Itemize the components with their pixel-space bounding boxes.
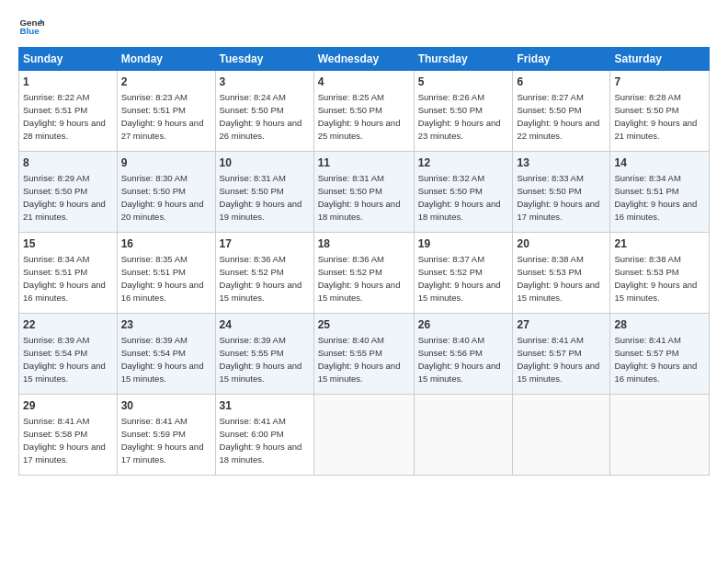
calendar-week-row: 8Sunrise: 8:29 AMSunset: 5:50 PMDaylight… (19, 152, 710, 233)
calendar-cell: 5Sunrise: 8:26 AMSunset: 5:50 PMDaylight… (414, 71, 513, 152)
day-number: 10 (220, 155, 310, 171)
day-number: 22 (23, 317, 113, 333)
day-info: Sunrise: 8:34 AMSunset: 5:51 PMDaylight:… (614, 173, 697, 222)
day-number: 21 (614, 236, 705, 252)
day-number: 5 (418, 75, 509, 90)
header: General Blue (18, 14, 710, 40)
day-info: Sunrise: 8:41 AMSunset: 5:59 PMDaylight:… (121, 416, 204, 465)
calendar-cell: 8Sunrise: 8:29 AMSunset: 5:50 PMDaylight… (19, 152, 118, 233)
day-number: 11 (318, 155, 410, 171)
calendar-cell: 6Sunrise: 8:27 AMSunset: 5:50 PMDaylight… (513, 71, 610, 152)
day-info: Sunrise: 8:33 AMSunset: 5:50 PMDaylight:… (517, 173, 599, 222)
day-number: 20 (517, 236, 606, 252)
day-info: Sunrise: 8:26 AMSunset: 5:50 PMDaylight:… (418, 92, 501, 141)
day-info: Sunrise: 8:40 AMSunset: 5:56 PMDaylight:… (418, 335, 501, 384)
calendar-cell: 7Sunrise: 8:28 AMSunset: 5:50 PMDaylight… (610, 71, 710, 152)
day-number: 27 (517, 317, 606, 333)
day-info: Sunrise: 8:41 AMSunset: 5:57 PMDaylight:… (614, 335, 697, 384)
svg-text:Blue: Blue (19, 26, 40, 36)
day-info: Sunrise: 8:25 AMSunset: 5:50 PMDaylight:… (318, 92, 401, 141)
calendar-day-header: Thursday (414, 48, 513, 71)
day-number: 2 (121, 75, 211, 90)
calendar-day-header: Saturday (610, 48, 710, 71)
calendar-cell: 4Sunrise: 8:25 AMSunset: 5:50 PMDaylight… (313, 71, 414, 152)
day-number: 7 (614, 75, 705, 90)
calendar-cell: 23Sunrise: 8:39 AMSunset: 5:54 PMDayligh… (117, 314, 215, 395)
calendar-header-row: SundayMondayTuesdayWednesdayThursdayFrid… (19, 48, 710, 71)
logo: General Blue (18, 14, 44, 40)
day-number: 4 (318, 75, 410, 90)
day-number: 13 (517, 155, 606, 171)
calendar-cell: 31Sunrise: 8:41 AMSunset: 6:00 PMDayligh… (215, 395, 313, 476)
day-info: Sunrise: 8:22 AMSunset: 5:51 PMDaylight:… (23, 92, 106, 141)
calendar-week-row: 1Sunrise: 8:22 AMSunset: 5:51 PMDaylight… (19, 71, 710, 152)
day-number: 26 (418, 317, 509, 333)
day-info: Sunrise: 8:23 AMSunset: 5:51 PMDaylight:… (121, 92, 204, 141)
calendar-cell: 25Sunrise: 8:40 AMSunset: 5:55 PMDayligh… (313, 314, 414, 395)
calendar-cell (610, 395, 710, 476)
day-info: Sunrise: 8:36 AMSunset: 5:52 PMDaylight:… (220, 254, 302, 303)
calendar-day-header: Wednesday (313, 48, 414, 71)
calendar-week-row: 22Sunrise: 8:39 AMSunset: 5:54 PMDayligh… (19, 314, 710, 395)
calendar-day-header: Sunday (19, 48, 118, 71)
calendar-cell: 27Sunrise: 8:41 AMSunset: 5:57 PMDayligh… (513, 314, 610, 395)
day-info: Sunrise: 8:39 AMSunset: 5:54 PMDaylight:… (121, 335, 204, 384)
calendar-cell: 15Sunrise: 8:34 AMSunset: 5:51 PMDayligh… (19, 233, 118, 314)
day-number: 17 (220, 236, 310, 252)
day-info: Sunrise: 8:41 AMSunset: 5:58 PMDaylight:… (23, 416, 106, 465)
calendar-cell: 10Sunrise: 8:31 AMSunset: 5:50 PMDayligh… (215, 152, 313, 233)
calendar-cell (513, 395, 610, 476)
day-info: Sunrise: 8:36 AMSunset: 5:52 PMDaylight:… (318, 254, 401, 303)
day-number: 19 (418, 236, 509, 252)
day-number: 6 (517, 75, 606, 90)
day-number: 8 (23, 155, 113, 171)
calendar-cell: 13Sunrise: 8:33 AMSunset: 5:50 PMDayligh… (513, 152, 610, 233)
day-info: Sunrise: 8:28 AMSunset: 5:50 PMDaylight:… (614, 92, 697, 141)
calendar-cell: 22Sunrise: 8:39 AMSunset: 5:54 PMDayligh… (19, 314, 118, 395)
calendar-day-header: Friday (513, 48, 610, 71)
calendar-cell: 20Sunrise: 8:38 AMSunset: 5:53 PMDayligh… (513, 233, 610, 314)
day-number: 1 (23, 75, 113, 90)
calendar-cell: 2Sunrise: 8:23 AMSunset: 5:51 PMDaylight… (117, 71, 215, 152)
calendar-cell: 21Sunrise: 8:38 AMSunset: 5:53 PMDayligh… (610, 233, 710, 314)
calendar-week-row: 15Sunrise: 8:34 AMSunset: 5:51 PMDayligh… (19, 233, 710, 314)
calendar-table: SundayMondayTuesdayWednesdayThursdayFrid… (18, 47, 710, 476)
day-number: 23 (121, 317, 211, 333)
day-number: 25 (318, 317, 410, 333)
day-number: 31 (220, 398, 310, 414)
day-info: Sunrise: 8:27 AMSunset: 5:50 PMDaylight:… (517, 92, 599, 141)
calendar-week-row: 29Sunrise: 8:41 AMSunset: 5:58 PMDayligh… (19, 395, 710, 476)
day-info: Sunrise: 8:24 AMSunset: 5:50 PMDaylight:… (220, 92, 302, 141)
day-number: 18 (318, 236, 410, 252)
day-number: 3 (220, 75, 310, 90)
day-number: 14 (614, 155, 705, 171)
logo-icon: General Blue (18, 14, 44, 40)
day-info: Sunrise: 8:39 AMSunset: 5:54 PMDaylight:… (23, 335, 106, 384)
day-number: 24 (220, 317, 310, 333)
day-number: 30 (121, 398, 211, 414)
day-info: Sunrise: 8:31 AMSunset: 5:50 PMDaylight:… (318, 173, 401, 222)
calendar-cell: 9Sunrise: 8:30 AMSunset: 5:50 PMDaylight… (117, 152, 215, 233)
day-info: Sunrise: 8:41 AMSunset: 6:00 PMDaylight:… (220, 416, 302, 465)
day-number: 9 (121, 155, 211, 171)
calendar-cell: 3Sunrise: 8:24 AMSunset: 5:50 PMDaylight… (215, 71, 313, 152)
day-info: Sunrise: 8:37 AMSunset: 5:52 PMDaylight:… (418, 254, 501, 303)
calendar-cell: 11Sunrise: 8:31 AMSunset: 5:50 PMDayligh… (313, 152, 414, 233)
day-number: 16 (121, 236, 211, 252)
calendar-cell: 19Sunrise: 8:37 AMSunset: 5:52 PMDayligh… (414, 233, 513, 314)
calendar-cell: 26Sunrise: 8:40 AMSunset: 5:56 PMDayligh… (414, 314, 513, 395)
calendar-cell: 17Sunrise: 8:36 AMSunset: 5:52 PMDayligh… (215, 233, 313, 314)
day-info: Sunrise: 8:38 AMSunset: 5:53 PMDaylight:… (614, 254, 697, 303)
calendar-cell: 14Sunrise: 8:34 AMSunset: 5:51 PMDayligh… (610, 152, 710, 233)
calendar-day-header: Tuesday (215, 48, 313, 71)
day-info: Sunrise: 8:35 AMSunset: 5:51 PMDaylight:… (121, 254, 204, 303)
calendar-day-header: Monday (117, 48, 215, 71)
day-info: Sunrise: 8:41 AMSunset: 5:57 PMDaylight:… (517, 335, 599, 384)
calendar-cell: 1Sunrise: 8:22 AMSunset: 5:51 PMDaylight… (19, 71, 118, 152)
day-number: 28 (614, 317, 705, 333)
calendar-cell: 28Sunrise: 8:41 AMSunset: 5:57 PMDayligh… (610, 314, 710, 395)
calendar-cell: 12Sunrise: 8:32 AMSunset: 5:50 PMDayligh… (414, 152, 513, 233)
day-number: 29 (23, 398, 113, 414)
calendar-cell: 24Sunrise: 8:39 AMSunset: 5:55 PMDayligh… (215, 314, 313, 395)
day-info: Sunrise: 8:31 AMSunset: 5:50 PMDaylight:… (220, 173, 302, 222)
